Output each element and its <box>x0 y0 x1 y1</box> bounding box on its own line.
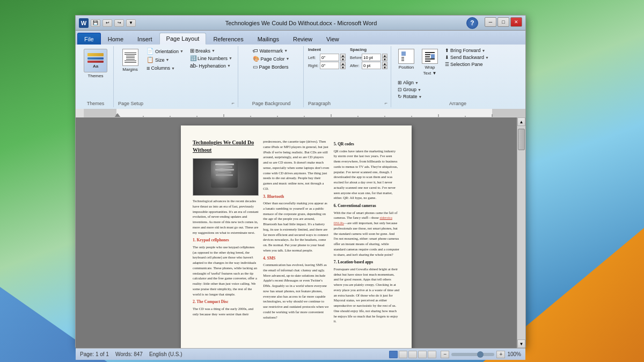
spacing-section: Spacing Before: 10 pt ▲ ▼ After: <box>350 47 387 69</box>
scroll-down-button[interactable]: ▼ <box>517 339 525 348</box>
breaks-icon: ⊞ <box>190 48 194 54</box>
wrap-text-button[interactable]: Wrap Text ▼ <box>419 47 441 77</box>
size-button[interactable]: 📋 Size ▼ <box>144 56 186 64</box>
language-indicator: English (U.S.) <box>149 351 182 357</box>
columns-arrow: ▼ <box>171 67 175 70</box>
spacing-after-up[interactable]: ▲ <box>382 62 387 65</box>
page-setup-group-label: Page Setup <box>118 101 143 106</box>
maximize-button[interactable]: □ <box>497 17 509 27</box>
spacing-before-up[interactable]: ▲ <box>382 54 387 57</box>
indent-left-down[interactable]: ▼ <box>340 57 346 61</box>
scroll-up-button[interactable]: ▲ <box>517 117 525 126</box>
redo-quick-button[interactable]: ↪ <box>114 19 124 27</box>
section-6-title: 6. Conventional cameras <box>334 203 400 209</box>
web-layout-button[interactable] <box>408 351 417 358</box>
spacing-after-label: After: <box>350 63 361 68</box>
indent-right-spinners: ▲ ▼ <box>340 62 346 69</box>
scroll-track[interactable] <box>517 126 525 339</box>
word-window: W 💾 ↩ ↪ ▼ Technologies We Could Do Witho… <box>75 15 526 348</box>
vertical-scrollbar[interactable]: ▲ ▼ <box>517 117 525 348</box>
position-label: Position <box>399 65 414 70</box>
wrap-text-icon <box>422 49 438 64</box>
indent-right-up[interactable]: ▲ <box>340 62 346 65</box>
tab-insert[interactable]: Insert <box>130 33 159 45</box>
position-button[interactable]: Position <box>396 47 417 71</box>
watermark-icon: 🏷 <box>253 48 258 54</box>
page-borders-icon: ▭ <box>253 64 258 70</box>
breaks-button[interactable]: ⊞ Breaks ▼ <box>188 47 235 54</box>
full-screen-button[interactable] <box>399 351 407 358</box>
ribbon-group-page-background: 🏷 Watermark ▼ 🎨 Page Color ▼ ▭ Page Bord… <box>239 46 304 107</box>
minimize-button[interactable]: ─ <box>485 17 496 27</box>
line-numbers-button[interactable]: 🔢 Line Numbers ▼ <box>188 55 235 62</box>
tab-review[interactable]: Review <box>286 33 319 45</box>
tab-page-layout[interactable]: Page Layout <box>159 33 207 45</box>
margins-button[interactable]: Margins <box>118 47 142 73</box>
window-controls: ? ─ □ ✕ <box>466 17 522 29</box>
indent-left-up[interactable]: ▲ <box>340 54 346 57</box>
group-button[interactable]: ⊡ Group ▼ <box>396 86 424 93</box>
svg-rect-8 <box>425 58 435 60</box>
scroll-thumb[interactable] <box>518 129 525 150</box>
page-borders-button[interactable]: ▭ Page Borders <box>251 63 290 70</box>
tab-references[interactable]: References <box>206 33 250 45</box>
rotate-button[interactable]: ↻ Rotate ▼ <box>396 93 424 100</box>
arrange-group-content: Position <box>396 47 520 100</box>
svg-rect-9 <box>425 61 430 62</box>
svg-rect-7 <box>425 56 430 57</box>
spacing-after-value: 0 pt <box>363 63 370 68</box>
columns-button[interactable]: ≡ Columns ▼ <box>144 64 186 72</box>
orientation-button[interactable]: 📄 Orientation ▼ <box>144 47 186 55</box>
page-setup-launcher[interactable]: ⌐ <box>232 100 235 106</box>
undo-quick-button[interactable]: ↩ <box>103 19 112 27</box>
arrange-wrap-col: Wrap Text ▼ <box>419 47 441 77</box>
line-numbers-icon: 🔢 <box>190 55 196 61</box>
bring-forward-button[interactable]: ⬆ Bring Forward ▼ <box>443 47 491 54</box>
spacing-after-down[interactable]: ▼ <box>382 65 387 69</box>
indent-right-input[interactable]: 0" <box>320 62 339 69</box>
status-bar: Page: 1 of 1 Words: 847 English (U.S.) −… <box>76 348 525 360</box>
draft-button[interactable] <box>428 351 436 358</box>
word-count: Words: 847 <box>115 351 143 357</box>
margins-icon <box>122 49 138 66</box>
page-background-group-label: Page Background <box>252 101 291 106</box>
spacing-after-input[interactable]: 0 pt <box>362 62 381 69</box>
zoom-out-button[interactable]: − <box>441 351 449 358</box>
tab-home[interactable]: Home <box>101 33 130 45</box>
align-button[interactable]: ⊞ Align ▼ <box>396 79 424 86</box>
zoom-slider[interactable] <box>451 353 494 356</box>
svg-rect-6 <box>431 54 435 58</box>
close-button[interactable]: ✕ <box>510 17 522 27</box>
zoom-in-button[interactable]: + <box>496 351 505 358</box>
page-color-button[interactable]: 🎨 Page Color ▼ <box>251 55 291 62</box>
watermark-button[interactable]: 🏷 Watermark ▼ <box>251 47 290 54</box>
tab-view[interactable]: View <box>319 33 346 45</box>
themes-button[interactable]: Aa Themes <box>81 47 110 80</box>
indent-right-down[interactable]: ▼ <box>340 65 346 69</box>
themes-group-content: Aa Themes <box>81 47 110 100</box>
save-quick-button[interactable]: 💾 <box>91 19 100 27</box>
send-backward-button[interactable]: ⬇ Send Backward ▼ <box>443 54 491 61</box>
tab-mailings[interactable]: Mailings <box>251 33 286 45</box>
print-layout-button[interactable] <box>389 351 398 358</box>
section-2-text: The CD was a thing of the early 2000s, a… <box>193 306 259 317</box>
hyphenation-button[interactable]: ab- Hyphenation ▼ <box>188 62 235 69</box>
columns-label: Columns <box>151 65 170 71</box>
status-bar-left: Page: 1 of 1 Words: 847 English (U.S.) <box>80 351 182 357</box>
selection-pane-button[interactable]: ☰ Selection Pane <box>443 61 491 68</box>
ribbon-group-arrange: Position <box>392 46 523 107</box>
line-numbers-arrow: ▼ <box>229 56 232 60</box>
spacing-before-input[interactable]: 10 pt <box>362 54 381 61</box>
indent-left-spinners: ▲ ▼ <box>340 54 346 61</box>
quick-access-dropdown[interactable]: ▼ <box>126 19 136 27</box>
document-scroll-area[interactable]: Technologies We Could Do Without <box>76 117 517 348</box>
indent-left-input[interactable]: 0" <box>320 54 339 61</box>
spacing-before-value: 10 pt <box>363 55 373 60</box>
spacing-before-down[interactable]: ▼ <box>382 57 387 61</box>
ribbon-content: Aa Themes Themes <box>76 45 525 109</box>
tab-file[interactable]: File <box>77 33 101 45</box>
paragraph-launcher[interactable]: ⌐ <box>385 100 387 106</box>
hyphenation-icon: ab- <box>190 63 197 69</box>
outline-button[interactable] <box>418 351 427 358</box>
help-button[interactable]: ? <box>466 17 478 29</box>
